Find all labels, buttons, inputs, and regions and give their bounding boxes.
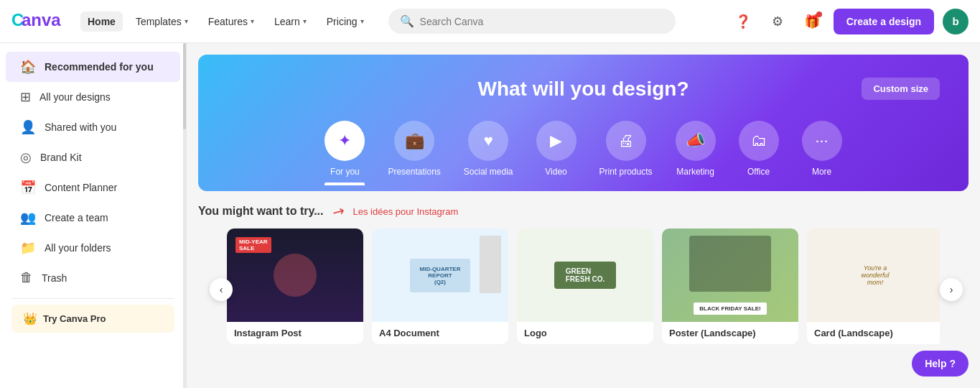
nav-pricing-label: Pricing xyxy=(327,16,358,27)
svg-text:anva: anva xyxy=(22,10,61,29)
cat-item-for-you[interactable]: ✦ For you xyxy=(316,115,373,191)
sidebar-item-recommended[interactable]: 🏠 Recommended for you xyxy=(6,52,180,82)
cat-label-more: More xyxy=(812,167,831,177)
cat-indicator-office xyxy=(739,183,779,185)
sidebar-label-folders: All your folders xyxy=(45,242,111,254)
settings-icon-button[interactable]: ⚙ xyxy=(765,9,790,34)
cat-label-for-you: For you xyxy=(330,167,360,177)
sidebar-label-content-planner: Content Planner xyxy=(45,182,117,193)
custom-size-button[interactable]: Custom size xyxy=(862,78,940,100)
card-a4[interactable]: MID-QUARTER REPORT (Q2) A4 Document xyxy=(372,228,508,344)
arrow-icon: ↗ xyxy=(329,200,348,221)
card-label-a4: A4 Document xyxy=(372,322,508,344)
sidebar-icon-all-designs: ⊞ xyxy=(20,89,31,105)
card-instagram[interactable]: MID-YEARSALE Instagram Post xyxy=(227,228,363,344)
card-image-poster: BLACK FRIDAY SALE! xyxy=(662,228,798,322)
help-icon-button[interactable]: ❓ xyxy=(730,9,756,34)
nav-features-label: Features xyxy=(208,16,248,27)
card-label-logo: Logo xyxy=(517,322,653,344)
sidebar-item-trash[interactable]: 🗑 Trash xyxy=(6,263,180,292)
card-image-card: You're awonderfulmom! xyxy=(807,228,940,322)
cat-indicator-for-you xyxy=(325,183,365,185)
scrollbar-thumb[interactable] xyxy=(183,43,186,129)
features-chevron-icon: ▾ xyxy=(251,17,254,25)
cat-item-more[interactable]: ··· More xyxy=(793,115,851,191)
sidebar-icon-folders: 📁 xyxy=(20,240,36,256)
nav-learn[interactable]: Learn ▾ xyxy=(267,11,314,32)
search-input[interactable] xyxy=(420,16,664,27)
cards-prev-button[interactable]: ‹ xyxy=(210,278,233,301)
nav-learn-label: Learn xyxy=(274,16,300,27)
hero-section: What will you design? Custom size ✦ For … xyxy=(198,55,969,191)
gift-notification-dot xyxy=(816,11,822,17)
help-button[interactable]: Help ? xyxy=(912,351,969,377)
card-label-poster: Poster (Landscape) xyxy=(662,322,798,344)
cards-next-button[interactable]: › xyxy=(940,278,963,301)
cat-indicator-presentations xyxy=(388,183,440,185)
cat-indicator-more xyxy=(802,183,842,185)
cat-item-office[interactable]: 🗂 Office xyxy=(730,115,788,191)
cat-icon-video: ▶ xyxy=(536,121,577,161)
sidebar-item-folders[interactable]: 📁 All your folders xyxy=(6,233,180,263)
sidebar-item-shared[interactable]: 👤 Shared with you xyxy=(6,112,180,142)
sidebar: 🏠 Recommended for you⊞ All your designs👤… xyxy=(0,43,187,388)
sidebar-item-brand[interactable]: ◎ Brand Kit xyxy=(6,142,180,172)
cat-item-video[interactable]: ▶ Video xyxy=(528,115,585,191)
recommendations-section: You might want to try... ↗ Les idées pou… xyxy=(187,191,980,350)
cat-indicator-video xyxy=(536,183,577,185)
hero-title: What will you design? xyxy=(465,78,702,101)
cat-label-office: Office xyxy=(747,167,770,177)
card-card[interactable]: You're awonderfulmom! Card (Landscape) xyxy=(807,228,940,344)
topnav-right: ❓ ⚙ 🎁 Create a design b xyxy=(730,9,969,34)
search-icon: 🔍 xyxy=(400,14,414,28)
card-poster[interactable]: BLACK FRIDAY SALE! Poster (Landscape) xyxy=(662,228,798,344)
avatar[interactable]: b xyxy=(943,9,969,34)
gear-icon: ⚙ xyxy=(772,14,783,29)
sidebar-icon-brand: ◎ xyxy=(20,149,32,165)
card-logo[interactable]: GREENFRESH CO. Logo xyxy=(517,228,653,344)
sidebar-label-create-team: Create a team xyxy=(45,212,108,223)
main-layout: 🏠 Recommended for you⊞ All your designs👤… xyxy=(0,43,980,388)
cat-label-presentations: Presentations xyxy=(388,167,440,177)
create-design-button[interactable]: Create a design xyxy=(834,9,934,34)
cat-item-presentations[interactable]: 💼 Presentations xyxy=(379,115,449,191)
cat-icon-for-you: ✦ xyxy=(325,121,365,161)
cat-item-print-products[interactable]: 🖨 Print products xyxy=(591,115,661,191)
sidebar-item-all-designs[interactable]: ⊞ All your designs xyxy=(6,82,180,112)
section-header: You might want to try... ↗ Les idées pou… xyxy=(198,203,969,220)
sidebar-icon-recommended: 🏠 xyxy=(20,59,36,75)
cat-label-marketing: Marketing xyxy=(676,167,714,177)
main-content: What will you design? Custom size ✦ For … xyxy=(187,43,980,388)
card-image-a4: MID-QUARTER REPORT (Q2) xyxy=(372,228,508,322)
sidebar-item-content-planner[interactable]: 📅 Content Planner xyxy=(6,172,180,203)
card-image-logo: GREENFRESH CO. xyxy=(517,228,653,322)
scrollbar-track xyxy=(183,43,186,388)
cat-label-video: Video xyxy=(545,167,566,177)
crown-icon: 👑 xyxy=(23,312,37,325)
cards-row: MID-YEARSALE Instagram Post MID-QUARTER … xyxy=(227,228,940,344)
sidebar-icon-create-team: 👥 xyxy=(20,210,36,226)
gift-icon-button[interactable]: 🎁 xyxy=(799,9,825,34)
canva-logo[interactable]: C anva xyxy=(11,10,69,33)
nav-pricing[interactable]: Pricing ▾ xyxy=(319,11,371,32)
cat-icon-more: ··· xyxy=(802,121,842,161)
question-icon: ❓ xyxy=(735,14,751,29)
tooltip-link[interactable]: Les idées pour Instagram xyxy=(353,206,459,217)
try-pro-label: Try Canva Pro xyxy=(43,313,106,324)
nav-templates[interactable]: Templates ▾ xyxy=(129,11,195,32)
sidebar-label-all-designs: All your designs xyxy=(39,91,111,103)
sidebar-label-trash: Trash xyxy=(42,272,67,284)
cat-item-marketing[interactable]: 📣 Marketing xyxy=(667,115,724,191)
try-pro-button[interactable]: 👑 Try Canva Pro xyxy=(11,305,174,333)
search-bar[interactable]: 🔍 xyxy=(388,9,676,34)
card-label-instagram: Instagram Post xyxy=(227,322,363,344)
nav-features[interactable]: Features ▾ xyxy=(201,11,261,32)
section-title: You might want to try... xyxy=(198,205,324,218)
nav-home[interactable]: Home xyxy=(80,11,123,32)
nav-home-label: Home xyxy=(88,16,116,27)
cat-item-social-media[interactable]: ♥ Social media xyxy=(455,115,522,191)
card-label-card: Card (Landscape) xyxy=(807,322,940,344)
sidebar-item-create-team[interactable]: 👥 Create a team xyxy=(6,203,180,233)
cards-container: ‹ MID-YEARSALE Instagram Post MID-QUARTE… xyxy=(198,228,969,350)
sidebar-icon-trash: 🗑 xyxy=(20,270,33,285)
